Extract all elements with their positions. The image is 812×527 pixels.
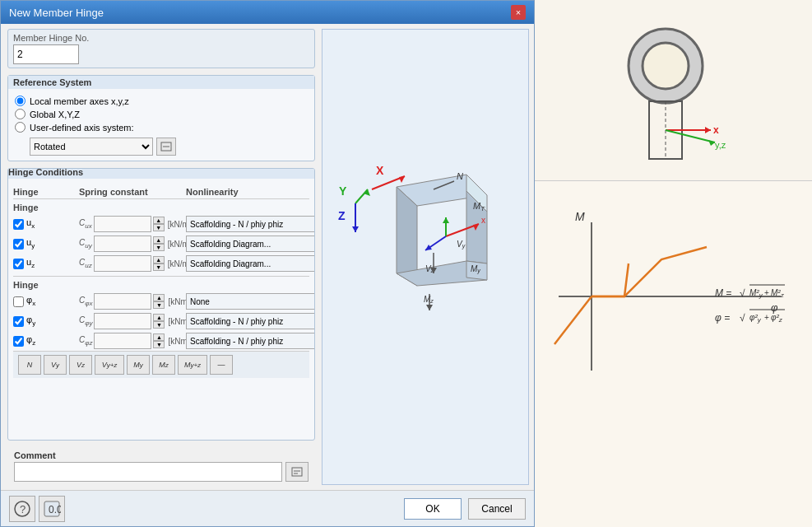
cuy-down[interactable]: ▼ [153, 244, 165, 251]
toolbar-dash[interactable]: — [210, 355, 233, 375]
ux-nonlin-select[interactable]: Scaffolding - N / phiy phiz None Scaffol… [186, 216, 315, 232]
uy-nonlin-select[interactable]: Scaffolding Diagram... None Scaffolding … [186, 236, 315, 252]
cphix-down[interactable]: ▼ [153, 301, 165, 309]
cuz-spinner[interactable]: ▲ ▼ [153, 256, 165, 271]
uy-label: uy [26, 237, 35, 250]
footer-right: OK Cancel [404, 498, 526, 520]
svg-text:φ²y: φ²y [749, 313, 762, 324]
toolbar-Vz[interactable]: Vz [69, 355, 92, 375]
svg-text:+: + [764, 288, 769, 297]
user-axis-row: Rotated [13, 136, 309, 157]
cphiy-up[interactable]: ▲ [153, 314, 165, 321]
svg-marker-33 [443, 217, 449, 223]
visualization-panel: Y X Z [322, 29, 529, 485]
svg-marker-15 [364, 189, 370, 196]
rotated-select[interactable]: Rotated [30, 138, 153, 156]
cuz-input[interactable] [94, 255, 151, 272]
axis-edit-button[interactable] [156, 138, 176, 156]
cuz-up[interactable]: ▲ [153, 256, 165, 264]
3d-visualization: Y X Z [327, 158, 524, 356]
cphiz-input[interactable] [94, 333, 151, 349]
cross-section-svg: x y,z [550, 4, 797, 177]
hinge-conditions-section: Hinge Conditions Hinge Spring constant N… [7, 168, 315, 441]
col-spring: Spring constant [79, 187, 186, 197]
uz-label: uz [26, 257, 35, 269]
radio-global-input[interactable] [15, 109, 26, 119]
formula-area: M φ M = √ M²y + M²z φ = √ [535, 181, 812, 527]
cphix-label: Cφx [79, 296, 92, 307]
toolbar-Mz[interactable]: Mz [152, 355, 175, 375]
toolbar-Vy[interactable]: Vy [44, 355, 67, 375]
phix-spring-cell: Cφx ▲ ▼ [kNm/rad] [79, 293, 186, 310]
svg-text:φ: φ [771, 301, 778, 314]
radio-local[interactable]: Local member axes x,y,z [15, 96, 308, 106]
cphiy-input[interactable] [94, 313, 151, 329]
cphiz-label: Cφz [79, 335, 92, 347]
svg-marker-43 [426, 305, 433, 310]
phiz-checkbox[interactable] [13, 336, 24, 347]
help-button[interactable]: ? [9, 496, 35, 522]
toolbar-VyVz[interactable]: Vy+z [95, 355, 124, 375]
member-hinge-input[interactable] [13, 44, 79, 64]
svg-text:Z: Z [338, 209, 346, 222]
uz-nonlin-select[interactable]: Scaffolding Diagram... None Scaffolding … [186, 255, 315, 272]
cuz-down[interactable]: ▼ [153, 264, 165, 271]
cphiz-down[interactable]: ▼ [153, 341, 165, 348]
cux-spinner[interactable]: ▲ ▼ [153, 217, 165, 231]
reference-system-group: Local member axes x,y,z Global X,Y,Z Use… [13, 92, 309, 136]
cphiy-spinner[interactable]: ▲ ▼ [153, 314, 165, 329]
phiz-row: φz Cφz ▲ ▼ [kNm/rad] [13, 331, 309, 351]
uy-nonlin-cell: Scaffolding Diagram... None Scaffolding … [186, 235, 315, 253]
svg-text:y,z: y,z [715, 140, 726, 150]
phiy-checkbox[interactable] [13, 316, 24, 327]
cphiz-up[interactable]: ▲ [153, 333, 165, 341]
comment-btn[interactable] [285, 462, 309, 482]
cphix-spinner[interactable]: ▲ ▼ [153, 294, 165, 309]
cuy-input[interactable] [94, 236, 151, 252]
svg-text:x: x [481, 216, 485, 225]
svg-text:M =: M = [715, 287, 731, 299]
phiz-check-cell: φz [13, 334, 79, 347]
svg-marker-17 [399, 176, 405, 183]
radio-user[interactable]: User-defined axis system: [15, 122, 308, 133]
ok-button[interactable]: OK [404, 498, 462, 520]
cuz-label: Cuz [79, 258, 92, 269]
phix-checkbox[interactable] [13, 296, 24, 307]
cphix-input[interactable] [94, 293, 151, 310]
cphiy-down[interactable]: ▼ [153, 321, 165, 329]
cphix-up[interactable]: ▲ [153, 294, 165, 301]
comment-input[interactable] [14, 462, 282, 482]
phiy-nonlin-select[interactable]: Scaffolding - N / phiy phiz None [186, 313, 315, 329]
toolbar-MyMz[interactable]: My+z [178, 355, 207, 375]
radio-user-input[interactable] [15, 122, 26, 133]
uz-checkbox[interactable] [13, 259, 24, 269]
cuy-spinner[interactable]: ▲ ▼ [153, 236, 165, 251]
phiy-label: φy [26, 315, 35, 327]
radio-global[interactable]: Global X,Y,Z [15, 109, 308, 119]
phiz-label: φz [26, 334, 35, 347]
info-button[interactable]: 0.00 [39, 496, 65, 522]
toolbar-My[interactable]: My [127, 355, 150, 375]
close-button[interactable]: × [511, 5, 526, 20]
svg-text:+: + [764, 313, 769, 322]
radio-local-input[interactable] [15, 96, 26, 106]
phiz-spring-cell: Cφz ▲ ▼ [kNm/rad] [79, 333, 186, 349]
phiy-check-cell: φy [13, 315, 79, 327]
phix-check-cell: φx [13, 295, 79, 307]
svg-text:?: ? [20, 503, 26, 515]
phix-nonlin-select[interactable]: None Scaffolding - N / phiy phiz [186, 293, 315, 310]
ux-checkbox[interactable] [13, 219, 24, 230]
phiz-nonlin-select[interactable]: Scaffolding - N / phiy phiz None [186, 333, 315, 349]
cux-up[interactable]: ▲ [153, 217, 165, 224]
cancel-button[interactable]: Cancel [468, 498, 526, 520]
cux-input[interactable] [94, 216, 151, 232]
toolbar-N[interactable]: N [18, 355, 41, 375]
ux-spring-cell: Cux ▲ ▼ [kN/m] [79, 216, 186, 232]
cuy-up[interactable]: ▲ [153, 236, 165, 244]
comment-label: Comment [14, 450, 309, 460]
formula-svg: M φ M = √ M²y + M²z φ = √ [542, 189, 805, 519]
cphiz-spinner[interactable]: ▲ ▼ [153, 333, 165, 348]
ux-nonlin-cell: Scaffolding - N / phiy phiz None Scaffol… [186, 215, 315, 233]
cux-down[interactable]: ▼ [153, 224, 165, 231]
uy-checkbox[interactable] [13, 239, 24, 250]
